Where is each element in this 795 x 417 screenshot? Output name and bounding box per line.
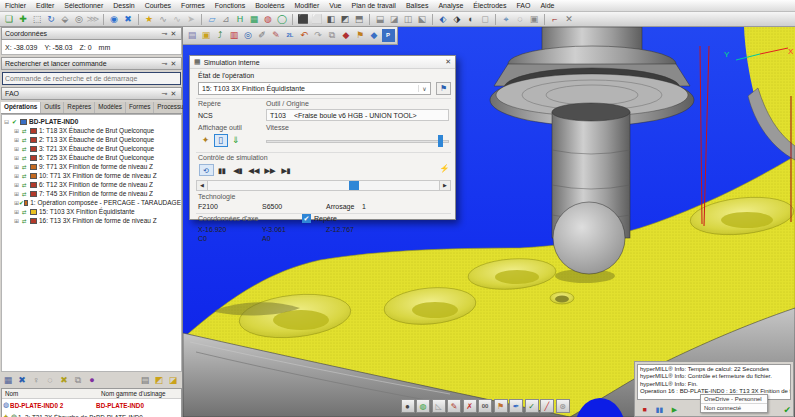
expand-icon[interactable]: ⊞	[14, 127, 22, 134]
cube-small-icon[interactable]: ▣	[528, 13, 541, 26]
edit-operation-button[interactable]: ⚑	[436, 82, 451, 95]
export-yellow-icon[interactable]: ◩	[153, 374, 166, 387]
isometric-view-icon[interactable]: ⬙	[59, 13, 72, 26]
to-end-icon[interactable]: ▶▮	[279, 164, 294, 176]
expand-icon[interactable]: ⊞	[14, 145, 22, 152]
lasso-select-icon[interactable]: ⬚	[31, 13, 44, 26]
stock-icon[interactable]: ◆	[340, 29, 353, 42]
angle-icon[interactable]: ◺	[432, 399, 446, 413]
expand-icon[interactable]: ⊞	[14, 181, 22, 188]
sketch-icon[interactable]: ✎	[270, 29, 283, 42]
scroll-right-icon[interactable]: ▶	[439, 181, 450, 190]
tool-display-mode-icon[interactable]: ▯	[214, 134, 228, 147]
tab-modeles[interactable]: Modèles	[95, 102, 126, 113]
scroll-left-icon[interactable]: ◀	[197, 181, 208, 190]
progress-thumb[interactable]	[349, 181, 359, 190]
menu-selectionner[interactable]: Sélectionner	[59, 2, 108, 9]
search-input[interactable]	[2, 72, 181, 85]
stop-icon[interactable]: ■	[637, 406, 652, 413]
vitesse-slider[interactable]	[266, 140, 449, 143]
tree-item[interactable]: ⊞⇄3: T21 3X Ébauche de Brut Quelconque	[4, 144, 181, 153]
magnify-icon[interactable]: ◌	[514, 13, 527, 26]
close-icon[interactable]: ✕	[169, 30, 178, 38]
add-entity-icon[interactable]: ✚	[17, 13, 30, 26]
collapse-icon[interactable]: ⊟	[4, 118, 12, 125]
redo-icon[interactable]: ↷	[312, 29, 325, 42]
workplane-icon[interactable]: ⊿	[220, 13, 233, 26]
expand-icon[interactable]: ⊞	[14, 136, 22, 143]
brush-icon[interactable]: ✎	[447, 399, 461, 413]
compare-icon[interactable]: ⧉	[326, 29, 339, 42]
arrow-tool-icon[interactable]: ➤	[185, 13, 198, 26]
pin-icon[interactable]: ⊸	[160, 30, 169, 38]
tree-item-current[interactable]: ⊞⇄15: T103 3X Finition Équidistante	[4, 207, 181, 216]
paste-icon[interactable]: ▤	[186, 29, 199, 42]
chevron-down-icon[interactable]: ∨	[418, 85, 430, 92]
search-icon[interactable]: ◌	[44, 374, 57, 387]
tree-item[interactable]: ⊞⇄10: T71 3X Finition de forme de niveau…	[4, 171, 181, 180]
view-left-icon[interactable]: ◫	[402, 13, 415, 26]
snap-center-icon[interactable]: ◉	[108, 13, 121, 26]
repere-checkbox[interactable]: ✔	[302, 214, 311, 223]
export-icon[interactable]: ⤴	[214, 29, 227, 42]
menu-dessin[interactable]: Dessin	[108, 2, 139, 9]
sphere-icon[interactable]: ◍	[262, 13, 275, 26]
grid-icon[interactable]: ▦	[2, 374, 15, 387]
menu-plan-de-travail[interactable]: Plan de travail	[347, 2, 401, 9]
tab-reperes[interactable]: Repères	[64, 102, 95, 113]
tree-item-composite[interactable]: ⊞✔1: Opération composée - PERCAGE - TARA…	[4, 198, 181, 207]
expand-icon[interactable]: ⊞	[14, 190, 22, 197]
record-icon[interactable]: ●	[86, 374, 99, 387]
select-filter-icon[interactable]: ⌖	[500, 13, 513, 26]
tab-operations[interactable]: Opérations	[1, 102, 41, 113]
view-right-icon[interactable]: ⬕	[416, 13, 429, 26]
rotate-view-icon[interactable]: ↻	[45, 13, 58, 26]
expand-icon[interactable]: ⊞	[14, 172, 22, 179]
iso-cube-icon[interactable]: ⬒	[353, 13, 366, 26]
menu-fichier[interactable]: Fichier	[0, 2, 31, 9]
pin-icon[interactable]: ⊸	[160, 90, 169, 98]
pause-icon[interactable]: ▮▮	[215, 164, 230, 176]
close-icon[interactable]: ✕	[169, 60, 178, 68]
spin-cube-icon[interactable]: ◐	[465, 13, 478, 26]
view-top-icon[interactable]: ⬓	[374, 13, 387, 26]
pin-icon[interactable]: ⊸	[160, 60, 169, 68]
ghost-cube-icon[interactable]: ◻	[479, 13, 492, 26]
wire-cube-icon[interactable]: ⬜	[311, 13, 324, 26]
tree-item[interactable]: ⊞⇄2: T13 3X Ébauche de Brut Quelconque	[4, 135, 181, 144]
tree-item[interactable]: ⊞⇄6: T12 3X Finition de forme de niveau …	[4, 180, 181, 189]
close-icon[interactable]: ✕	[169, 90, 178, 98]
menu-modifier[interactable]: Modifier	[289, 2, 324, 9]
expand-icon[interactable]: ⊞	[14, 163, 22, 170]
delete-icon[interactable]: ✖	[122, 13, 135, 26]
curve-icon[interactable]: ∿	[157, 13, 170, 26]
flag-icon[interactable]: ⚑	[494, 399, 508, 413]
menu-booleens[interactable]: Booléens	[250, 2, 289, 9]
tree-item[interactable]: ⊞⇄7: T45 3X Finition de forme de niveau …	[4, 189, 181, 198]
menu-fonctions[interactable]: Fonctions	[210, 2, 250, 9]
menu-analyse[interactable]: Analyse	[433, 2, 468, 9]
play-icon[interactable]: ▶	[667, 406, 682, 414]
pencil-icon[interactable]: ╱	[540, 399, 554, 413]
tree-root[interactable]: ⊟ ✔ BD-PLATE-IND0	[4, 117, 181, 126]
undo-icon[interactable]: ↶	[298, 29, 311, 42]
spline-icon[interactable]: ∿	[171, 13, 184, 26]
mill-icon[interactable]: ◆	[368, 29, 381, 42]
expand-icon[interactable]: ⊞	[14, 217, 22, 224]
tab-outils[interactable]: Outils	[41, 102, 64, 113]
tree-item[interactable]: ⊞⇄1: T18 3X Ébauche de Brut Quelconque	[4, 126, 181, 135]
pan-cube-icon[interactable]: ⬗	[451, 13, 464, 26]
tool-follow-icon[interactable]: ⇓	[229, 134, 243, 147]
menu-aide[interactable]: Aide	[535, 2, 559, 9]
orbit-cube-icon[interactable]: ⬖	[437, 13, 450, 26]
menu-formes[interactable]: Formes	[176, 2, 210, 9]
rapid-run-icon[interactable]: ⚡	[438, 164, 451, 176]
favorites-icon[interactable]: ★	[143, 13, 156, 26]
simulation-progress-bar[interactable]: ◀ ▶	[196, 180, 451, 191]
ok-check-icon[interactable]: ✔	[783, 405, 791, 415]
redo-corner-icon[interactable]: ⌐	[549, 13, 562, 26]
visibility-icon[interactable]: ✦	[3, 413, 9, 417]
step-back-icon[interactable]: ◀◀	[247, 164, 262, 176]
filter-icon[interactable]: ♀	[30, 374, 43, 387]
more-views-icon[interactable]: ⋙	[87, 13, 100, 26]
